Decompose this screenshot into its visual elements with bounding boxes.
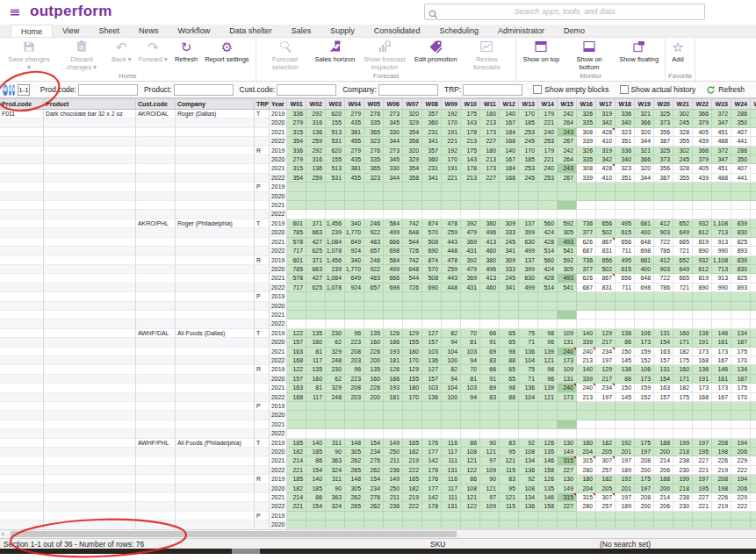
- week-cell[interactable]: [693, 411, 712, 420]
- week-cell[interactable]: 350: [731, 118, 751, 127]
- week-cell[interactable]: [442, 420, 461, 429]
- week-cell[interactable]: 315: [287, 164, 306, 173]
- week-cell[interactable]: 80: [751, 284, 756, 292]
- week-cell[interactable]: 451: [712, 128, 731, 137]
- week-cell[interactable]: [577, 319, 596, 328]
- week-cell[interactable]: 246: [364, 256, 384, 265]
- week-cell[interactable]: 455: [345, 137, 364, 146]
- week-cell[interactable]: 1,084: [326, 238, 345, 247]
- week-cell[interactable]: 323: [616, 164, 635, 173]
- week-cell[interactable]: 1,078: [326, 284, 345, 292]
- week-cell[interactable]: 305: [558, 265, 577, 274]
- week-cell[interactable]: [403, 402, 422, 411]
- week-cell[interactable]: 187: [731, 338, 751, 347]
- week-cell[interactable]: 286: [731, 147, 751, 155]
- week-cell[interactable]: [731, 201, 751, 210]
- week-cell[interactable]: 83: [480, 393, 500, 402]
- week-cell[interactable]: 182: [403, 448, 422, 456]
- week-cell[interactable]: 223: [345, 375, 364, 384]
- week-cell[interactable]: 344: [635, 174, 654, 183]
- week-cell[interactable]: 130: [558, 439, 577, 448]
- week-cell[interactable]: 736: [577, 256, 596, 265]
- week-cell[interactable]: 399: [519, 228, 538, 237]
- week-cell[interactable]: [654, 210, 673, 219]
- week-cell[interactable]: [616, 210, 635, 219]
- week-cell[interactable]: [596, 210, 616, 219]
- week-cell[interactable]: 222: [403, 466, 422, 475]
- week-cell[interactable]: [480, 192, 500, 201]
- week-cell[interactable]: 698: [635, 284, 654, 292]
- week-cell[interactable]: 412: [654, 256, 673, 265]
- week-cell[interactable]: 36: [751, 118, 756, 127]
- week-cell[interactable]: [596, 429, 616, 438]
- week-cell[interactable]: 167: [500, 118, 519, 127]
- prod-code-input[interactable]: [78, 84, 138, 96]
- week-cell[interactable]: 117: [306, 356, 326, 365]
- week-cell[interactable]: 175: [731, 348, 751, 356]
- week-cell[interactable]: 180: [480, 147, 500, 155]
- week-cell[interactable]: 713: [712, 228, 731, 237]
- week-cell[interactable]: 234: [596, 384, 616, 392]
- week-cell[interactable]: 155: [326, 155, 345, 164]
- week-cell[interactable]: 903: [654, 228, 673, 237]
- week-cell[interactable]: [287, 302, 306, 311]
- week-cell[interactable]: 499: [384, 265, 403, 274]
- week-cell[interactable]: 448: [442, 284, 461, 292]
- week-cell[interactable]: 410: [596, 137, 616, 146]
- tab-news[interactable]: News: [129, 25, 169, 37]
- week-cell[interactable]: [384, 183, 403, 191]
- week-cell[interactable]: 413: [480, 274, 500, 283]
- week-cell[interactable]: 932: [693, 256, 712, 265]
- week-cell[interactable]: 158: [538, 466, 558, 475]
- week-cell[interactable]: 149: [558, 448, 577, 456]
- week-cell[interactable]: 1,108: [712, 256, 731, 265]
- week-cell[interactable]: [442, 183, 461, 191]
- week-cell[interactable]: 136: [693, 365, 712, 374]
- week-cell[interactable]: 188: [654, 439, 673, 448]
- week-cell[interactable]: 161: [712, 375, 731, 384]
- week-cell[interactable]: 121: [480, 485, 500, 493]
- week-cell[interactable]: 922: [364, 228, 384, 237]
- week-cell[interactable]: 177: [422, 485, 442, 493]
- week-cell[interactable]: 115: [500, 466, 519, 475]
- week-cell[interactable]: 131: [442, 502, 461, 511]
- week-cell[interactable]: 208: [635, 493, 654, 502]
- week-cell[interactable]: [538, 302, 558, 311]
- week-cell[interactable]: 197: [635, 448, 654, 456]
- week-cell[interactable]: 652: [673, 256, 693, 265]
- week-cell[interactable]: 221: [693, 466, 712, 475]
- week-cell[interactable]: 70: [461, 365, 480, 374]
- week-cell[interactable]: 170: [519, 110, 538, 118]
- week-cell[interactable]: 405: [693, 128, 712, 137]
- week-cell[interactable]: [673, 302, 693, 311]
- week-cell[interactable]: 38: [751, 128, 756, 137]
- week-cell[interactable]: 121: [538, 356, 558, 365]
- cust-code-input[interactable]: [277, 84, 336, 96]
- week-cell[interactable]: [480, 420, 500, 429]
- week-cell[interactable]: 276: [364, 110, 384, 118]
- week-cell[interactable]: 95: [500, 448, 519, 456]
- week-cell[interactable]: 245: [673, 155, 693, 164]
- week-cell[interactable]: 184: [500, 164, 519, 173]
- week-cell[interactable]: 206: [654, 502, 673, 511]
- week-cell[interactable]: 194: [731, 439, 751, 448]
- week-cell[interactable]: [364, 192, 384, 201]
- week-cell[interactable]: 104: [519, 393, 538, 402]
- week-cell[interactable]: 690: [422, 247, 442, 255]
- week-cell[interactable]: 154: [654, 338, 673, 347]
- week-cell[interactable]: 736: [577, 219, 596, 228]
- week-cell[interactable]: 341: [500, 247, 519, 255]
- week-cell[interactable]: [384, 319, 403, 328]
- week-cell[interactable]: 154: [654, 375, 673, 384]
- week-cell[interactable]: 122: [461, 502, 480, 511]
- week-cell[interactable]: 825: [731, 274, 751, 283]
- week-cell[interactable]: [673, 512, 693, 521]
- week-cell[interactable]: 104: [442, 348, 461, 356]
- week-cell[interactable]: 140: [577, 365, 596, 374]
- week-cell[interactable]: 657: [364, 284, 384, 292]
- week-cell[interactable]: 292: [306, 110, 326, 118]
- week-cell[interactable]: [635, 420, 654, 429]
- week-cell[interactable]: [442, 311, 461, 319]
- week-cell[interactable]: [403, 319, 422, 328]
- week-cell[interactable]: [287, 201, 306, 210]
